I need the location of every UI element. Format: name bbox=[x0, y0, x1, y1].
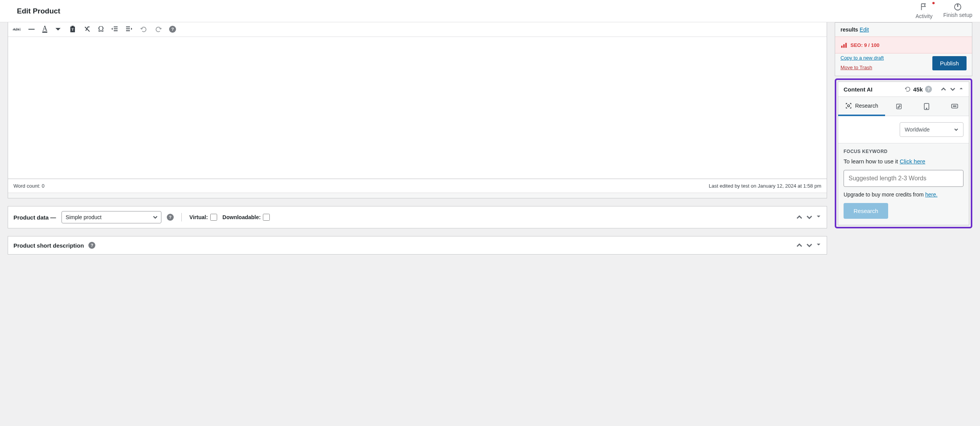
upgrade-hint: Upgrade to buy more credits from here. bbox=[844, 191, 963, 198]
text-color-dropdown[interactable] bbox=[54, 25, 62, 33]
svg-rect-7 bbox=[114, 30, 118, 31]
svg-rect-5 bbox=[114, 27, 118, 27]
chevron-down-icon bbox=[153, 215, 158, 220]
svg-rect-8 bbox=[126, 27, 130, 27]
svg-rect-6 bbox=[114, 28, 118, 29]
focus-keyword-section: FOCUS KEYWORD To learn how to use it Cli… bbox=[838, 143, 969, 225]
tab-research[interactable]: Research bbox=[838, 97, 885, 116]
svg-rect-10 bbox=[126, 30, 130, 31]
svg-rect-12 bbox=[843, 44, 845, 48]
refresh-icon[interactable] bbox=[905, 86, 911, 92]
research-button[interactable]: Research bbox=[844, 203, 888, 219]
content-ai-box: Content AI 45k ? Research bbox=[838, 82, 969, 225]
virtual-checkbox[interactable] bbox=[210, 214, 217, 221]
click-here-link[interactable]: Click here bbox=[900, 158, 925, 165]
move-up-icon[interactable] bbox=[796, 214, 803, 221]
short-description-title: Product short description bbox=[13, 242, 84, 249]
svg-point-21 bbox=[955, 106, 956, 106]
short-description-box: Product short description ? bbox=[8, 236, 827, 255]
content-ai-tabs: Research bbox=[838, 97, 969, 116]
svg-point-17 bbox=[926, 108, 927, 109]
toggle-panel-icon[interactable] bbox=[959, 86, 963, 91]
focus-keyword-hint: To learn how to use it Click here bbox=[844, 158, 963, 165]
last-edited: Last edited by test on January 12, 2024 … bbox=[709, 183, 821, 189]
svg-point-19 bbox=[953, 106, 954, 106]
svg-point-20 bbox=[954, 106, 955, 106]
activity-button[interactable]: Activity bbox=[915, 3, 932, 19]
help-button[interactable]: ? bbox=[169, 26, 176, 33]
visibility-row: results Edit bbox=[835, 23, 972, 37]
redo-button[interactable] bbox=[154, 25, 162, 33]
svg-rect-11 bbox=[841, 46, 843, 48]
product-data-help[interactable]: ? bbox=[167, 214, 174, 221]
seo-icon bbox=[840, 42, 847, 48]
content-ai-title: Content AI bbox=[844, 86, 872, 93]
finish-setup-label: Finish setup bbox=[943, 12, 972, 18]
downloadable-checkbox-label[interactable]: Downloadable: bbox=[223, 214, 270, 221]
paste-text-button[interactable]: T bbox=[69, 25, 76, 33]
svg-text:T: T bbox=[71, 28, 74, 32]
content-editor-box: ABC A T Ω ? Word count: 0 Last edited by… bbox=[8, 22, 827, 198]
downloadable-checkbox[interactable] bbox=[263, 214, 270, 221]
progress-circle-icon bbox=[953, 3, 962, 11]
short-description-help[interactable]: ? bbox=[88, 242, 95, 249]
indent-button[interactable] bbox=[125, 25, 133, 33]
scan-icon bbox=[845, 102, 852, 109]
move-down-icon[interactable] bbox=[806, 242, 813, 249]
product-data-label: Product data — bbox=[13, 214, 56, 221]
top-bar: Edit Product Activity Finish setup bbox=[0, 0, 980, 22]
edit-visibility-link[interactable]: Edit bbox=[860, 27, 869, 33]
tab-chat[interactable] bbox=[944, 98, 965, 115]
flag-icon bbox=[920, 3, 928, 11]
finish-setup-button[interactable]: Finish setup bbox=[943, 3, 972, 18]
toggle-panel-icon[interactable] bbox=[816, 242, 821, 247]
clear-formatting-button[interactable] bbox=[83, 25, 91, 33]
page-title: Edit Product bbox=[17, 7, 60, 15]
focus-keyword-input[interactable] bbox=[844, 170, 963, 187]
seo-score-row[interactable]: SEO: 9 / 100 bbox=[835, 37, 972, 53]
focus-keyword-label: FOCUS KEYWORD bbox=[844, 149, 963, 154]
move-down-icon[interactable] bbox=[950, 86, 956, 92]
notification-dot-icon bbox=[932, 2, 935, 4]
svg-rect-3 bbox=[71, 26, 74, 27]
svg-rect-1 bbox=[28, 29, 35, 30]
publish-button[interactable]: Publish bbox=[932, 56, 967, 70]
svg-point-14 bbox=[847, 105, 849, 106]
svg-rect-9 bbox=[126, 28, 130, 29]
horizontal-rule-button[interactable] bbox=[28, 25, 35, 33]
credits-help[interactable]: ? bbox=[925, 86, 932, 93]
tab-write[interactable] bbox=[889, 98, 909, 115]
product-data-box: Product data — Simple product ? Virtual:… bbox=[8, 206, 827, 228]
help-icon: ? bbox=[169, 26, 176, 33]
publish-box: results Edit SEO: 9 / 100 Copy to a new … bbox=[835, 22, 972, 76]
special-char-button[interactable]: Ω bbox=[98, 25, 104, 33]
edit-icon bbox=[895, 103, 902, 110]
move-trash-link[interactable]: Move to Trash bbox=[840, 65, 884, 70]
move-up-icon[interactable] bbox=[940, 86, 947, 92]
tab-mobile[interactable] bbox=[917, 97, 937, 116]
move-down-icon[interactable] bbox=[806, 214, 813, 221]
product-type-select[interactable]: Simple product bbox=[61, 211, 161, 223]
chat-icon bbox=[951, 103, 958, 110]
content-ai-highlight: Content AI 45k ? Research bbox=[835, 78, 972, 228]
copy-draft-link[interactable]: Copy to a new draft bbox=[840, 55, 884, 61]
strikethrough-button[interactable]: ABC bbox=[13, 27, 21, 32]
virtual-checkbox-label[interactable]: Virtual: bbox=[189, 214, 217, 221]
mobile-icon bbox=[924, 103, 930, 110]
editor-status-bar: Word count: 0 Last edited by test on Jan… bbox=[8, 179, 827, 193]
region-select[interactable]: Worldwide bbox=[900, 122, 963, 137]
upgrade-here-link[interactable]: here. bbox=[925, 191, 937, 198]
svg-rect-13 bbox=[845, 43, 847, 48]
activity-label: Activity bbox=[915, 13, 932, 19]
undo-button[interactable] bbox=[140, 25, 148, 33]
editor-toolbar: ABC A T Ω ? bbox=[8, 22, 827, 37]
move-up-icon[interactable] bbox=[796, 242, 803, 249]
outdent-button[interactable] bbox=[111, 25, 118, 33]
toggle-panel-icon[interactable] bbox=[816, 214, 821, 219]
editor-content-area[interactable] bbox=[8, 37, 827, 179]
credits-count: 45k bbox=[913, 86, 923, 93]
word-count: Word count: 0 bbox=[13, 183, 45, 189]
chevron-down-icon bbox=[954, 127, 958, 132]
text-color-button[interactable]: A bbox=[42, 26, 47, 33]
